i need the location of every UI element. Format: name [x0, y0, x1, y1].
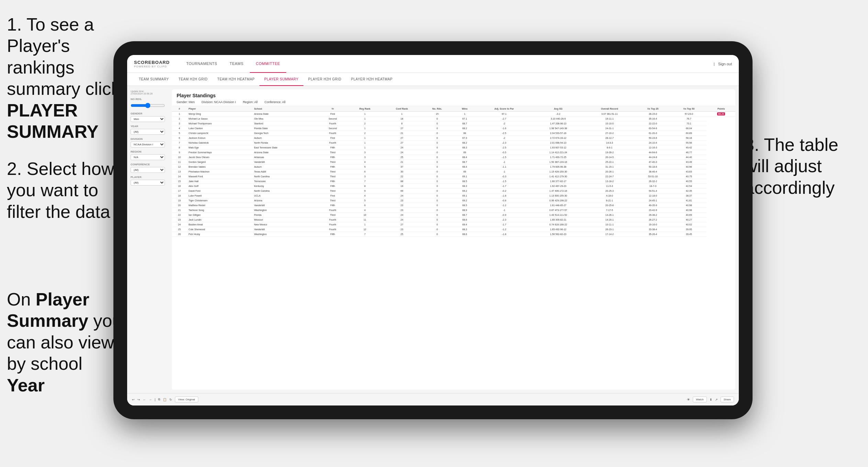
table-cell: 4 [172, 126, 187, 131]
undo-icon[interactable]: ↩ [132, 398, 135, 401]
sign-out-link[interactable]: Sign out [718, 62, 732, 66]
table-row: 26Petr HrubyWashingtonFifth725068.6-1.81… [172, 232, 735, 237]
table-cell: UCLA [252, 193, 318, 198]
table-cell: 13 [172, 169, 187, 174]
table-cell: 69.4 [453, 222, 476, 227]
sub-nav-player-h2h-heatmap[interactable]: PLAYER H2H HEATMAP [346, 73, 398, 86]
download-icon[interactable]: ⬇ [710, 398, 712, 401]
table-cell: Third [319, 169, 347, 174]
share-icon[interactable]: ↗ [715, 398, 718, 401]
table-cell: 68.6 [453, 232, 476, 237]
conference-select[interactable]: (All) [131, 167, 165, 173]
table-cell: 0 [421, 169, 454, 174]
table-cell: 1.98 547-140-38 [532, 126, 584, 131]
table-cell: 0 [421, 227, 454, 232]
table-cell: Arizona [252, 198, 318, 203]
table-cell: 12-16-3 [635, 145, 671, 150]
instructions-right: 3. The table will adjust accordingly [737, 131, 868, 202]
table-cell: 20-14-5 [584, 155, 635, 160]
step1-intro: 1. To see a Player's rankings summary cl… [7, 14, 120, 99]
table-cell: Ian Gilligan [187, 213, 253, 218]
table-cell: 67.1 [453, 116, 476, 121]
table-cell: 41.81 [671, 198, 707, 203]
col-vs-top50: Vs Top 50 [671, 106, 707, 112]
table-cell: 10 [347, 213, 383, 218]
sub-nav-player-summary[interactable]: PLAYER SUMMARY [259, 73, 303, 86]
table-cell: 69.2 [453, 189, 476, 193]
table-cell: Vanderbilt [252, 227, 318, 232]
table-cell: 1.14 412-221-24 [532, 150, 584, 155]
table-cell: Jake Hall [187, 179, 253, 184]
standings-title: Player Standings [177, 93, 731, 98]
table-cell: 14-3-3 [584, 141, 635, 145]
table-cell: 46.77 [671, 150, 707, 155]
table-cell: 0 [421, 218, 454, 222]
region-select[interactable]: N/A [131, 154, 165, 160]
prev-icon[interactable]: ← [143, 398, 146, 401]
table-cell: 43.49 [671, 160, 707, 165]
table-cell: 49.42 [671, 145, 707, 150]
table-cell: 1.41 412-179-30 [532, 174, 584, 179]
table-cell: 21 [383, 160, 421, 165]
year-select[interactable]: (All) [131, 129, 165, 135]
table-cell: 24-10-4 [635, 141, 671, 145]
nav-teams[interactable]: TEAMS [223, 55, 249, 73]
division-select[interactable]: NCAA Division I [131, 142, 165, 147]
table-cell: 68.5 [453, 203, 476, 208]
redo-icon[interactable]: ↪ [137, 398, 140, 401]
gender-select[interactable]: Men [131, 116, 165, 122]
table-row: 23Jack LundinMissouriFourth1124068.6-2.3… [172, 218, 735, 222]
table-cell: 40.98 [671, 208, 707, 213]
player-select[interactable]: (All) [131, 180, 165, 186]
table-cell: 68.3 [453, 145, 476, 150]
no-rds-slider[interactable] [131, 103, 165, 108]
table-cell: 10-10-0 [584, 121, 635, 126]
table-cell: 0 [421, 222, 454, 227]
table-cell: 24 [172, 222, 187, 227]
division-filter-value: NCAA Division I [214, 100, 236, 104]
table-cell: -2.3 [476, 218, 532, 222]
table-cell: 3 [347, 150, 383, 155]
table-cell: 1.79 605-96-38 [532, 165, 584, 169]
refresh-icon[interactable]: ↻ [169, 398, 172, 401]
standings-table: # Player School Yr Reg Rank Conf Rank No… [172, 106, 735, 237]
table-cell: New Mexico [252, 222, 318, 227]
table-cell: Jack Lundin [187, 218, 253, 222]
watch-btn[interactable]: Watch [693, 397, 706, 402]
nav-right: | Sign out [714, 62, 732, 66]
table-cell: 35-16-4 [635, 116, 671, 121]
table-cell: 44-24-8 [635, 155, 671, 160]
table-cell: 26-23-1 [584, 227, 635, 232]
table-cell: 1.66 377-82-17 [532, 179, 584, 184]
table-cell: -1.6 [476, 126, 532, 131]
table-cell: Fourth [319, 131, 347, 136]
table-cell: Fifth [319, 184, 347, 189]
paste-icon[interactable]: 📋 [163, 398, 167, 401]
table-cell: 0 [421, 165, 454, 169]
table-cell: Third [319, 213, 347, 218]
table-cell: Fourth [319, 141, 347, 145]
sub-nav-team-summary[interactable]: TEAM SUMMARY [134, 73, 174, 86]
table-cell: 40.75 [671, 174, 707, 179]
conference-filter: Conference: All [265, 100, 286, 104]
copy-icon[interactable]: ⧉ [158, 398, 160, 401]
table-cell: -1 [476, 160, 532, 165]
table-cell: First [319, 136, 347, 141]
next-icon[interactable]: → [149, 398, 152, 401]
sub-nav-team-h2h-grid[interactable]: TEAM H2H GRID [174, 73, 213, 86]
table-cell: 17 [172, 189, 187, 193]
table-row: 6Jackson KoivunAuburnFirst127067.3-22.72… [172, 136, 735, 141]
sub-nav-team-h2h-heatmap[interactable]: TEAM H2H HEATMAP [212, 73, 259, 86]
share-btn[interactable]: Share [721, 397, 734, 402]
nav-committee[interactable]: COMMITTEE [250, 55, 287, 73]
table-cell: Fourth [319, 227, 347, 232]
table-cell: -1.7 [476, 184, 532, 189]
table-cell: 68.2 [453, 141, 476, 145]
view-original-btn[interactable]: View: Original [175, 397, 198, 402]
col-reg-rank: Reg Rank [347, 106, 383, 112]
table-cell: 16 [172, 184, 187, 189]
sub-nav-player-h2h-grid[interactable]: PLAYER H2H GRID [303, 73, 346, 86]
table-cell: 17-14-2 [584, 232, 635, 237]
col-no-rds: No. Rds. [421, 106, 454, 112]
nav-tournaments[interactable]: TOURNAMENTS [180, 55, 223, 73]
